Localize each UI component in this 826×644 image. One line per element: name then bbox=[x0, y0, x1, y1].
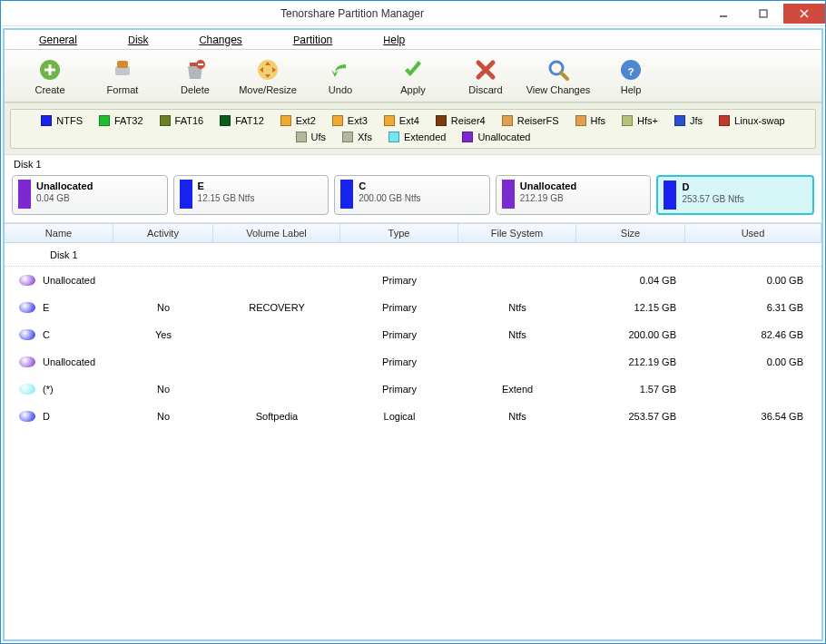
row-used: 36.54 GB bbox=[762, 411, 803, 422]
legend-swatch bbox=[280, 115, 291, 126]
legend-swatch bbox=[384, 115, 395, 126]
partition-color-icon bbox=[664, 181, 676, 210]
legend-label: FAT32 bbox=[114, 115, 143, 126]
menu-help[interactable]: Help bbox=[358, 32, 430, 48]
table-row[interactable]: C Yes Primary Ntfs 200.00 GB 82.46 GB bbox=[5, 321, 821, 348]
legend-item-fat16: FAT16 bbox=[160, 115, 204, 126]
row-used: 0.00 GB bbox=[767, 275, 803, 286]
tool-label: Delete bbox=[181, 84, 210, 95]
table-row[interactable]: D No Softpedia Logical Ntfs 253.57 GB 36… bbox=[5, 403, 821, 430]
legend-label: ReiserFS bbox=[517, 115, 559, 126]
legend-label: FAT12 bbox=[235, 115, 264, 126]
legend-swatch bbox=[296, 132, 307, 142]
main-window: Tenorshare Partition Manager GeneralDisk… bbox=[0, 0, 826, 644]
partition-box-unallocated[interactable]: Unallocated0.04 GB bbox=[12, 175, 168, 215]
partition-box-c[interactable]: C200.00 GB Ntfs bbox=[334, 175, 490, 215]
legend-label: Jfs bbox=[690, 115, 703, 126]
table-row[interactable]: E No RECOVERY Primary Ntfs 12.15 GB 6.31… bbox=[5, 294, 821, 321]
svg-text:?: ? bbox=[628, 66, 634, 77]
menu-partition[interactable]: Partition bbox=[268, 32, 358, 48]
legend-label: Ext3 bbox=[348, 115, 368, 126]
partition-box-e[interactable]: E12.15 GB Ntfs bbox=[173, 175, 329, 215]
view-icon bbox=[546, 57, 571, 83]
menu-disk[interactable]: Disk bbox=[103, 32, 174, 48]
col-activity[interactable]: Activity bbox=[113, 224, 213, 242]
row-type: Primary bbox=[382, 384, 417, 395]
col-type[interactable]: Type bbox=[340, 224, 458, 242]
partition-box-unallocated[interactable]: Unallocated212.19 GB bbox=[496, 175, 652, 215]
col-size[interactable]: Size bbox=[576, 224, 685, 242]
row-file-system: Ntfs bbox=[508, 329, 526, 340]
row-type: Primary bbox=[382, 275, 417, 286]
titlebar: Tenorshare Partition Manager bbox=[1, 1, 825, 26]
legend-swatch bbox=[332, 115, 343, 126]
format-icon bbox=[110, 57, 135, 83]
row-activity: No bbox=[157, 302, 170, 313]
table-row[interactable]: Unallocated Primary 212.19 GB 0.00 GB bbox=[5, 348, 821, 376]
close-button[interactable] bbox=[783, 4, 825, 24]
grid-disk-label[interactable]: Disk 1 bbox=[5, 243, 821, 267]
row-name: D bbox=[43, 411, 50, 422]
tool-view-button[interactable]: View Changes bbox=[526, 54, 591, 99]
maximize-button[interactable] bbox=[743, 4, 783, 24]
undo-icon bbox=[328, 57, 353, 83]
row-used: 6.31 GB bbox=[767, 302, 803, 313]
grid-header: Name Activity Volume Label Type File Sys… bbox=[5, 223, 821, 243]
partition-name: Unallocated bbox=[520, 180, 576, 192]
legend-label: Ext4 bbox=[399, 115, 419, 126]
row-used: 82.46 GB bbox=[762, 329, 803, 340]
row-name: Unallocated bbox=[43, 356, 95, 367]
tool-apply-button[interactable]: Apply bbox=[380, 54, 446, 99]
row-size: 12.15 GB bbox=[634, 302, 676, 313]
row-volume-label: RECOVERY bbox=[249, 302, 305, 313]
delete-icon bbox=[182, 57, 208, 83]
legend-label: Unallocated bbox=[477, 132, 530, 142]
legend-item-reiserfs: ReiserFS bbox=[502, 115, 559, 126]
partition-size: 12.15 GB Ntfs bbox=[198, 192, 255, 205]
menu-general[interactable]: General bbox=[14, 32, 103, 48]
tool-label: Move/Resize bbox=[239, 84, 297, 95]
tool-move-button[interactable]: Move/Resize bbox=[235, 54, 300, 99]
tool-help-button[interactable]: ?Help bbox=[598, 54, 664, 99]
minimize-button[interactable] bbox=[703, 4, 743, 24]
legend-swatch bbox=[342, 132, 353, 142]
row-icon bbox=[19, 329, 35, 340]
row-size: 200.00 GB bbox=[628, 329, 676, 340]
legend-label: Linux-swap bbox=[734, 115, 785, 126]
legend-label: Ufs bbox=[311, 132, 327, 142]
legend-area: NTFSFAT32FAT16FAT12Ext2Ext3Ext4Reiser4Re… bbox=[5, 102, 821, 155]
row-size: 0.04 GB bbox=[640, 275, 676, 286]
menubar: GeneralDiskChangesPartitionHelp bbox=[5, 30, 821, 50]
table-row[interactable]: (*) No Primary Extend 1.57 GB bbox=[5, 376, 821, 403]
partition-name: D bbox=[682, 181, 743, 193]
col-used[interactable]: Used bbox=[685, 224, 821, 242]
tool-delete-button[interactable]: Delete bbox=[162, 54, 228, 99]
tool-label: View Changes bbox=[526, 84, 591, 95]
tool-create-button[interactable]: Create bbox=[17, 54, 83, 99]
legend-item-fat32: FAT32 bbox=[99, 115, 143, 126]
legend-item-ext4: Ext4 bbox=[384, 115, 419, 126]
tool-discard-button[interactable]: Discard bbox=[453, 54, 518, 99]
row-name: (*) bbox=[43, 384, 54, 395]
row-activity: No bbox=[157, 411, 170, 422]
table-row[interactable]: Unallocated Primary 0.04 GB 0.00 GB bbox=[5, 267, 821, 294]
tool-label: Help bbox=[621, 84, 642, 95]
legend-swatch bbox=[719, 115, 730, 126]
menu-changes[interactable]: Changes bbox=[174, 32, 268, 48]
col-name[interactable]: Name bbox=[5, 224, 113, 242]
tool-format-button[interactable]: Format bbox=[90, 54, 155, 99]
row-icon bbox=[19, 384, 35, 395]
tool-undo-button[interactable]: Undo bbox=[308, 54, 373, 99]
legend-swatch bbox=[502, 115, 513, 126]
legend-box: NTFSFAT32FAT16FAT12Ext2Ext3Ext4Reiser4Re… bbox=[10, 109, 816, 149]
create-icon bbox=[37, 57, 63, 83]
partition-size: 212.19 GB bbox=[520, 192, 576, 205]
legend-item-xfs: Xfs bbox=[342, 132, 372, 142]
partition-color-icon bbox=[180, 180, 192, 209]
col-file-system[interactable]: File System bbox=[458, 224, 576, 242]
col-volume-label[interactable]: Volume Label bbox=[213, 224, 340, 242]
window-title: Tenorshare Partition Manager bbox=[1, 7, 703, 20]
legend-item-extended: Extended bbox=[388, 132, 446, 142]
partition-box-d[interactable]: D253.57 GB Ntfs bbox=[656, 175, 814, 215]
legend-label: Xfs bbox=[358, 132, 372, 142]
